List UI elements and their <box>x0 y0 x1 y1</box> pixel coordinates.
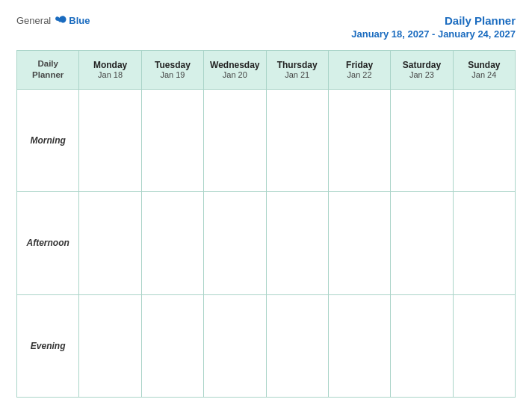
header-thursday: Thursday Jan 21 <box>266 50 328 89</box>
planner-table: DailyPlanner Monday Jan 18 Tuesday Jan 1… <box>16 50 516 398</box>
cell-morning-wednesday[interactable] <box>204 89 266 192</box>
cell-evening-sunday[interactable] <box>453 294 515 398</box>
cell-morning-saturday[interactable] <box>391 89 453 192</box>
row-label-afternoon: Afternoon <box>17 192 79 295</box>
header-saturday: Saturday Jan 23 <box>391 50 453 89</box>
table-row-evening: Evening <box>17 294 516 398</box>
page-header: General Blue Daily Planner January 18, 2… <box>16 13 516 40</box>
logo-bird-icon <box>54 13 67 27</box>
cell-morning-friday[interactable] <box>328 89 390 192</box>
header-wednesday: Wednesday Jan 20 <box>204 50 266 89</box>
cell-morning-thursday[interactable] <box>266 89 328 192</box>
logo-general-text: General <box>16 15 51 26</box>
cell-afternoon-wednesday[interactable] <box>204 192 266 295</box>
logo-area: General Blue <box>16 13 90 27</box>
cell-evening-friday[interactable] <box>328 294 390 398</box>
cell-evening-wednesday[interactable] <box>204 294 266 398</box>
row-label-morning: Morning <box>17 89 79 192</box>
date-range: January 18, 2027 - January 24, 2027 <box>351 28 516 40</box>
cell-afternoon-friday[interactable] <box>328 192 390 295</box>
header-monday: Monday Jan 18 <box>79 50 141 89</box>
header-sunday: Sunday Jan 24 <box>453 50 515 89</box>
header-daily-planner: DailyPlanner <box>17 50 79 89</box>
cell-evening-thursday[interactable] <box>266 294 328 398</box>
row-label-evening: Evening <box>17 294 79 398</box>
cell-evening-monday[interactable] <box>79 294 141 398</box>
cell-morning-tuesday[interactable] <box>141 89 203 192</box>
cell-evening-tuesday[interactable] <box>141 294 203 398</box>
cell-afternoon-tuesday[interactable] <box>141 192 203 295</box>
cell-afternoon-monday[interactable] <box>79 192 141 295</box>
logo: General Blue <box>16 13 90 27</box>
table-row-afternoon: Afternoon <box>17 192 516 295</box>
cell-afternoon-saturday[interactable] <box>391 192 453 295</box>
logo-blue-text: Blue <box>69 15 90 26</box>
cell-afternoon-sunday[interactable] <box>453 192 515 295</box>
table-row-morning: Morning <box>17 89 516 192</box>
cell-evening-saturday[interactable] <box>391 294 453 398</box>
page-title: Daily Planner <box>351 13 516 28</box>
cell-morning-monday[interactable] <box>79 89 141 192</box>
table-header-row: DailyPlanner Monday Jan 18 Tuesday Jan 1… <box>17 50 516 89</box>
title-area: Daily Planner January 18, 2027 - January… <box>351 13 516 40</box>
header-tuesday: Tuesday Jan 19 <box>141 50 203 89</box>
cell-afternoon-thursday[interactable] <box>266 192 328 295</box>
cell-morning-sunday[interactable] <box>453 89 515 192</box>
header-friday: Friday Jan 22 <box>328 50 390 89</box>
